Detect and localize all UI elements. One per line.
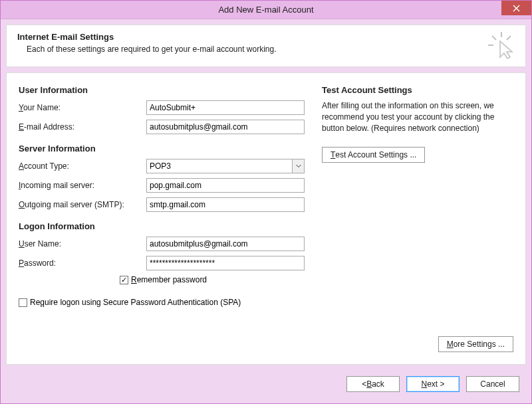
more-settings-button[interactable]: More Settings ...: [438, 336, 513, 352]
wizard-footer: < Back Next > Cancel: [6, 371, 526, 397]
test-account-settings-button[interactable]: Test Account Settings ...: [322, 147, 425, 163]
svg-line-4: [507, 36, 511, 40]
user-name-input[interactable]: [146, 237, 305, 251]
password-input[interactable]: [146, 256, 305, 270]
spa-row: Require logon using Secure Password Auth…: [19, 298, 305, 307]
header-subtitle: Each of these settings are required to g…: [17, 45, 515, 54]
header-panel: Internet E-mail Settings Each of these s…: [6, 25, 526, 67]
cancel-button[interactable]: Cancel: [466, 376, 519, 392]
account-type-select[interactable]: POP3: [146, 159, 305, 173]
label-user-name: User Name:: [19, 239, 146, 249]
section-test-account-settings: Test Account Settings: [322, 85, 513, 95]
window-title: Add New E-mail Account: [218, 5, 313, 15]
test-account-description: After filling out the information on thi…: [322, 100, 513, 134]
label-incoming: Incoming mail server:: [19, 181, 146, 190]
header-title: Internet E-mail Settings: [17, 32, 515, 42]
body-panel: User Information Your Name: E-mail Addre…: [6, 72, 526, 365]
section-server-information: Server Information: [19, 144, 305, 153]
remember-password-row: Remember password: [19, 275, 305, 284]
close-icon: [513, 5, 520, 12]
email-input[interactable]: [146, 120, 305, 134]
remember-password-checkbox[interactable]: [120, 276, 128, 284]
label-password: Password:: [19, 258, 146, 268]
chevron-down-icon: [296, 164, 301, 168]
label-remember-password: Remember password: [131, 275, 207, 284]
close-button[interactable]: [501, 1, 531, 15]
account-type-dropdown-button[interactable]: [292, 159, 305, 173]
right-column: Test Account Settings After filling out …: [322, 85, 513, 352]
label-spa: Require logon using Secure Password Auth…: [30, 298, 241, 307]
back-button[interactable]: < Back: [346, 376, 400, 392]
section-logon-information: Logon Information: [19, 221, 305, 231]
label-email: E-mail Address:: [19, 122, 146, 132]
titlebar: Add New E-mail Account: [1, 1, 531, 19]
label-your-name: Your Name:: [19, 103, 146, 112]
left-column: User Information Your Name: E-mail Addre…: [19, 85, 305, 352]
label-account-type: Account Type:: [19, 161, 146, 171]
section-user-information: User Information: [19, 85, 305, 95]
incoming-server-input[interactable]: [146, 178, 305, 193]
label-outgoing: Outgoing mail server (SMTP):: [19, 200, 146, 209]
wizard-cursor-icon: [487, 31, 516, 62]
add-email-account-dialog: Add New E-mail Account Internet E-mail S…: [0, 0, 532, 404]
next-button[interactable]: Next >: [406, 376, 460, 392]
spa-checkbox[interactable]: [19, 298, 27, 307]
svg-line-3: [492, 36, 496, 40]
outgoing-server-input[interactable]: [146, 197, 305, 212]
account-type-value: POP3: [146, 159, 292, 173]
your-name-input[interactable]: [146, 100, 305, 115]
